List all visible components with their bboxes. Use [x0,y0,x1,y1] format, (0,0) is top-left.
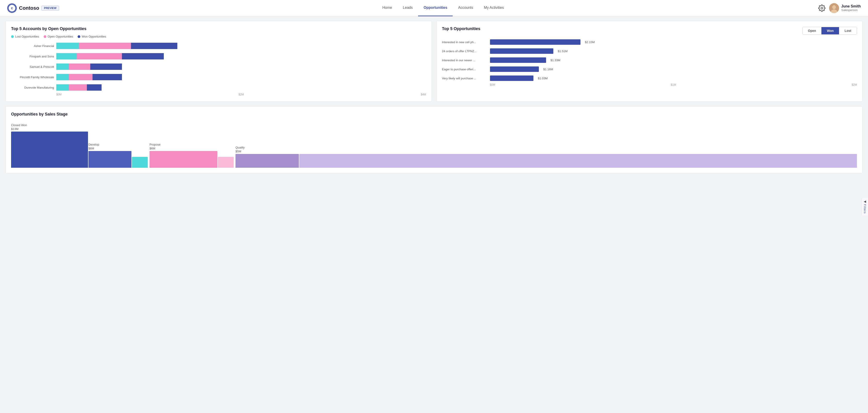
legend-dot-lost [11,35,14,38]
table-row: Samuel & Prescott [11,64,426,70]
accounts-bar-chart: Asher Financial Finspark and Sons [11,43,426,91]
main-nav: Home Leads Opportunities Accounts My Act… [68,0,818,16]
chart-legend: Lost Opportunities Open Opportunities Wo… [11,35,426,38]
main-content: Top 5 Accounts by Open Opportunities Los… [0,16,868,178]
bar-won [131,43,177,49]
nav-activities[interactable]: My Activities [478,0,509,16]
bar-open [69,74,93,80]
bar-group [56,43,177,49]
top5-accounts-card: Top 5 Accounts by Open Opportunities Los… [5,21,432,102]
axis-label: $2M [239,93,244,96]
bar-lost [56,64,69,70]
logo-area: c Contoso PREVIEW [7,3,59,13]
bar-won [122,53,164,60]
list-item: 24 orders of offer LTPNZ... $1.51M [442,48,857,54]
opp-value: $1.33M [551,59,560,62]
axis-label: $1M [671,83,676,87]
legend-dot-won [78,35,80,38]
opp-bar-chart: Interested in new cell ph... $2.15M 24 o… [442,39,857,81]
stage-bar-propose-dark [150,151,217,168]
opp-header: Top 5 Opportunities Open Won Lost [442,27,857,35]
list-item: Interested in our newer ... $1.33M [442,58,857,63]
opp-bar [490,39,581,45]
table-row: Pinciotti Family Wholesale [11,74,426,80]
user-role: Salesperson [841,8,861,12]
svg-text:c: c [11,6,13,10]
preview-badge: PREVIEW [41,6,59,11]
opp-bar [490,58,546,63]
bar-group [56,84,101,91]
bar-label: Asher Financial [11,44,54,48]
table-row: Finspark and Sons [11,53,426,60]
opp-bar [490,66,539,72]
stage-label-closed-won: Closed Won [11,124,27,127]
bar-label: Pinciotti Family Wholesale [11,75,54,79]
bar-won [90,64,122,70]
stage-amount-closed-won: $13M [11,127,19,131]
legend-label-lost: Lost Opportunities [15,35,39,38]
bar-lost [56,84,69,91]
avatar [829,3,839,13]
nav-opportunities[interactable]: Opportunities [418,0,453,16]
list-item: Interested in new cell ph... $2.15M [442,39,857,45]
opp-value: $1.03M [538,77,548,80]
nav-home[interactable]: Home [377,0,398,16]
bar-label: Samuel & Prescott [11,65,54,68]
list-item: Eager to purchase offeri... $1.16M [442,66,857,72]
table-row: Durevole Manufaturing [11,84,426,91]
bar-group [56,53,164,60]
stage-label-develop: Develop [89,143,99,146]
tab-lost[interactable]: Lost [839,27,857,34]
stage-bar-qualify-light [299,154,857,168]
axis-label: $4M [421,93,426,96]
list-item: Very likely will purchase ... $1.03M [442,75,857,81]
opp-bar [490,75,533,81]
opp-bar [490,48,553,54]
stage-amount-develop: $6M [89,147,94,150]
bar-lost [56,53,77,60]
bar-won [87,84,101,91]
bar-label: Finspark and Sons [11,55,54,58]
stage-label-qualify: Qualify [236,146,245,149]
legend-label-open: Open Opportunities [48,35,73,38]
stage-bar-closed-won [11,132,88,168]
bar-open [77,53,122,60]
opp-label: Very likely will purchase ... [442,77,487,80]
user-info: June Smith Salesperson [841,4,861,12]
top-charts-row: Top 5 Accounts by Open Opportunities Los… [5,21,863,102]
stage-bar-develop-light [132,157,148,168]
top5-opp-title: Top 5 Opportunities [442,27,480,31]
bar-open [69,84,87,91]
settings-icon[interactable] [818,4,826,12]
legend-lost: Lost Opportunities [11,35,39,38]
tab-won[interactable]: Won [822,27,839,34]
header-right: June Smith Salesperson [818,3,861,13]
axis-label: $0M [56,93,62,96]
legend-label-won: Won Opportunities [82,35,106,38]
stage-amount-propose: $6M [150,147,155,150]
axis-label: $0M [490,83,495,87]
legend-dot-open [44,35,46,38]
bar-open [79,43,131,49]
opp-value: $1.51M [558,49,567,53]
user-name: June Smith [841,4,861,8]
nav-accounts[interactable]: Accounts [453,0,478,16]
opp-label: 24 orders of offer LTPNZ... [442,49,487,53]
legend-open: Open Opportunities [44,35,73,38]
horiz-axis: $0M $1M $2M [442,83,857,87]
opp-value: $2.15M [585,40,595,44]
logo-text: Contoso [19,5,39,11]
sales-stage-card: Opportunities by Sales Stage Closed Won … [5,106,863,173]
opp-value: $1.16M [544,68,553,71]
top5-accounts-title: Top 5 Accounts by Open Opportunities [11,27,426,31]
user-profile[interactable]: June Smith Salesperson [829,3,861,13]
stage-bar-propose-light [218,157,234,168]
nav-leads[interactable]: Leads [398,0,418,16]
bar-lost [56,74,69,80]
stage-label-propose: Propose [150,143,160,146]
tab-open[interactable]: Open [803,27,822,34]
opp-tabs: Open Won Lost [802,27,857,35]
legend-won: Won Opportunities [78,35,106,38]
bar-axis: $0M $2M $4M [11,93,426,96]
opp-label: Interested in our newer ... [442,59,487,62]
